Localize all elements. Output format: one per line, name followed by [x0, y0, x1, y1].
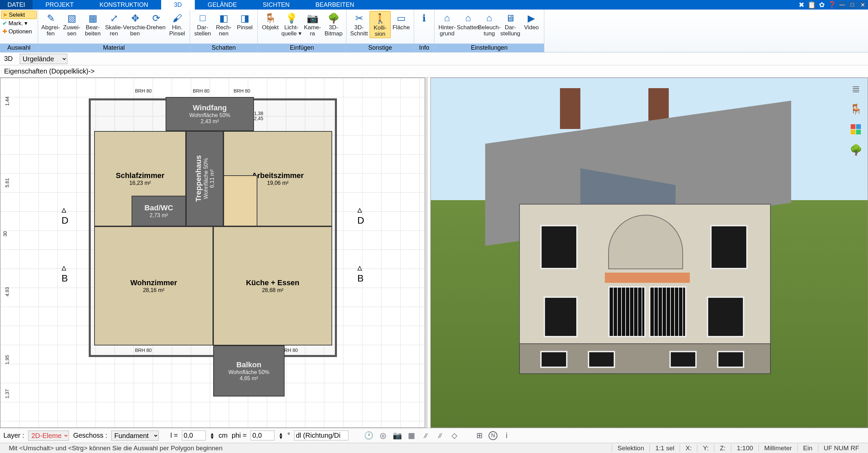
ribbon-group-sonstige: ✂3D- Schnitt🚶Kolli- sion▭Fläche Sonstige: [346, 10, 414, 52]
ribbon-verschieben-button[interactable]: ✥Verschie- ben: [124, 11, 146, 37]
settings-icon[interactable]: ✿: [818, 1, 826, 9]
ribbon-kamera-button[interactable]: 📷Kame- ra: [302, 11, 323, 37]
maximize-button[interactable]: □: [848, 1, 856, 9]
options-tool[interactable]: ✚Optionen: [1, 28, 37, 35]
room-stair[interactable]: [223, 175, 257, 226]
diamond-icon[interactable]: ◇: [449, 431, 459, 441]
furniture-icon[interactable]: 🪑: [849, 102, 863, 116]
ribbon-icon: ✥: [128, 12, 142, 25]
status-scale: 1:100: [731, 444, 759, 452]
select-tool[interactable]: ➤Selekt: [1, 11, 37, 19]
ribbon-pinsel-button[interactable]: ◨Pinsel: [234, 11, 255, 31]
ribbon-schatten-button[interactable]: ⌂Schatten: [458, 11, 479, 31]
ribbon-lichtquelle-button[interactable]: 💡Licht- quelle ▾: [281, 11, 302, 37]
3d-view-pane[interactable]: ≣ 🪑 🌳: [430, 78, 868, 428]
ribbon-caption: Drehen: [147, 25, 166, 31]
layer-icon[interactable]: ▦: [406, 431, 416, 441]
status-ratio: 1:1 sel: [649, 444, 680, 452]
ribbon-group-material: ✎Abgrei- fen▧Zuwei- sen▦Bear- beiten⤢Ska…: [38, 10, 190, 52]
layer-label: Layer :: [3, 432, 24, 439]
ribbon-rechnen-button[interactable]: ◧Rech- nen: [213, 11, 234, 37]
ribbon-skalieren-button[interactable]: ⤢Skalie- ren: [103, 11, 124, 37]
spinner-icon[interactable]: ▲▼: [210, 432, 215, 439]
house-model[interactable]: [472, 102, 805, 381]
ribbon-caption: Hin. Pinsel: [169, 25, 185, 37]
status-z: Z:: [714, 444, 731, 452]
room-wohnzimmer[interactable]: Wohnzimmer28,16 m²: [94, 226, 213, 345]
building-outline[interactable]: BRH 80 BRH 80 BRH 80 1,52 1,48 2,59 1,38…: [89, 98, 337, 357]
layers-icon[interactable]: ≣: [849, 81, 863, 96]
window: [544, 296, 578, 337]
floorplan-pane[interactable]: 1,44 5,61 30 4,93 1,95 1,37 ▵D ▵D ▵B ▵B …: [0, 78, 425, 428]
ribbon-kollision-button[interactable]: 🚶Kolli- sion: [370, 11, 391, 38]
geschoss-select[interactable]: Fundament: [111, 431, 159, 441]
room-badwc[interactable]: Bad/WC2,73 m²: [132, 196, 186, 226]
target-icon[interactable]: ◎: [378, 431, 388, 441]
clipboard-icon[interactable]: 📋: [807, 1, 816, 9]
menu-projekt[interactable]: PROJEKT: [33, 0, 87, 10]
mark-icon: ✔: [2, 20, 7, 27]
tool-icon[interactable]: ✖: [797, 1, 805, 9]
ribbon-group-einstellungen: ⌂Hinter- grund⌂Schatten⌂Beleuch- tung🖥Da…: [435, 10, 544, 52]
room-name: Schlafzimmer: [116, 171, 164, 180]
menu-bearbeiten[interactable]: BEARBEITEN: [303, 0, 367, 10]
basement: [519, 343, 771, 374]
ribbon-beleuchtung-button[interactable]: ⌂Beleuch- tung: [479, 11, 500, 37]
terrain-select[interactable]: Urgelände: [20, 54, 67, 64]
help-icon[interactable]: ❓: [828, 1, 836, 9]
ribbon-video-button[interactable]: ▶Video: [521, 11, 542, 31]
palette-icon[interactable]: [849, 122, 863, 136]
ribbon-caption: Abgrei- fen: [41, 25, 60, 37]
parallel-icon[interactable]: ⫽: [421, 431, 431, 441]
ribbon-drehen-button[interactable]: ⟳Drehen: [146, 11, 167, 31]
menu-datei[interactable]: DATEI: [0, 0, 33, 10]
room-kueche[interactable]: Küche + Essen28,68 m²: [213, 226, 332, 345]
mark-tool[interactable]: ✔Mark. ▾: [1, 19, 37, 27]
facade: [519, 204, 771, 347]
camera-icon[interactable]: 📷: [392, 431, 402, 441]
ribbon-dschnitt-button[interactable]: ✂3D- Schnitt: [348, 11, 370, 37]
group-label-einstellungen: Einstellungen: [435, 44, 544, 52]
ribbon-objekt-button[interactable]: 🪑Objekt: [260, 11, 281, 31]
status-hint: Mit <Umschalt> und <Strg> können Sie die…: [3, 444, 323, 452]
minimize-button[interactable]: —: [838, 1, 846, 9]
parallel2-icon[interactable]: ⫽: [435, 431, 445, 441]
info-button[interactable]: ℹ: [416, 11, 432, 25]
menu-3d[interactable]: 3D: [161, 0, 195, 10]
pane-splitter[interactable]: [425, 78, 428, 428]
menu-gelaende[interactable]: GELÄNDE: [195, 0, 250, 10]
layer-select[interactable]: 2D-Elemen: [28, 431, 69, 441]
ribbon-flche-button[interactable]: ▭Fläche: [391, 11, 412, 31]
ribbon-icon: ⤢: [107, 12, 121, 25]
tree-icon[interactable]: 🌳: [849, 143, 863, 157]
ribbon-hinpinsel-button[interactable]: 🖌Hin. Pinsel: [167, 11, 188, 37]
window: [540, 225, 578, 269]
spinner-icon[interactable]: ▲▼: [278, 432, 283, 439]
info2-icon[interactable]: i: [501, 431, 512, 441]
phi-input[interactable]: [251, 431, 274, 440]
grid-icon[interactable]: ⊞: [474, 431, 484, 441]
room-windfang[interactable]: WindfangWohnfläche 50%2,43 m²: [166, 97, 254, 131]
window: [669, 351, 697, 368]
ribbon-dbitmap-button[interactable]: 🌳3D- Bitmap: [323, 11, 344, 37]
ribbon-abgreifen-button[interactable]: ✎Abgrei- fen: [40, 11, 61, 37]
clock-icon[interactable]: 🕐: [363, 431, 374, 441]
length-input[interactable]: [182, 431, 206, 440]
ribbon: ➤Selekt ✔Mark. ▾ ✚Optionen Auswahl ✎Abgr…: [0, 10, 868, 52]
window: [707, 296, 744, 337]
menu-konstruktion[interactable]: KONSTRUKTION: [87, 0, 161, 10]
dl-input[interactable]: [294, 431, 348, 440]
room-treppenhaus[interactable]: TreppenhausWohnfläche 50%6,11 m²: [186, 131, 223, 226]
ribbon-bearbeiten-button[interactable]: ▦Bear- beiten: [82, 11, 103, 37]
north-icon[interactable]: N: [489, 431, 497, 440]
ribbon-zuweisen-button[interactable]: ▧Zuwei- sen: [61, 11, 82, 37]
room-name: Treppenhaus: [194, 156, 203, 202]
properties-hint[interactable]: Eigenschaften (Doppelklick)->: [4, 67, 95, 75]
close-button[interactable]: ✕: [858, 1, 867, 9]
ribbon-darstellung-button[interactable]: 🖥Dar- stellung: [500, 11, 521, 37]
menu-sichten[interactable]: SICHTEN: [250, 0, 303, 10]
ribbon-darstellen-button[interactable]: □Dar- stellen: [192, 11, 213, 37]
room-balkon[interactable]: BalkonWohnfläche 50%4,65 m²: [213, 345, 285, 397]
ribbon-hintergrund-button[interactable]: ⌂Hinter- grund: [437, 11, 458, 37]
room-name: Wohnzimmer: [130, 278, 177, 287]
